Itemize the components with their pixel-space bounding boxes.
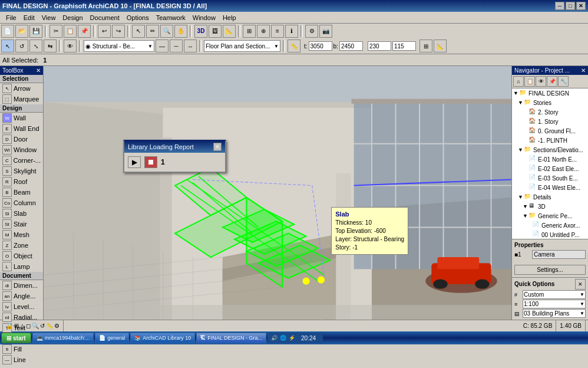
tool-wall-end[interactable]: E Wall End xyxy=(0,123,43,134)
tool-mesh[interactable]: M Mesh xyxy=(0,229,43,240)
tb-new[interactable]: 📄 xyxy=(1,25,14,38)
toolbox-section-document[interactable]: Document xyxy=(0,272,43,280)
tree-item-9[interactable]: 📄 E-03 South E... xyxy=(512,173,588,183)
maximize-button[interactable]: □ xyxy=(566,2,575,10)
menu-file[interactable]: File xyxy=(2,13,20,22)
tree-item-6[interactable]: ▼ 📁 Sections/Elevatio... xyxy=(512,145,588,155)
tb-rotate[interactable]: ↺ xyxy=(15,40,28,52)
library-dialog-close[interactable]: ✕ xyxy=(213,143,222,151)
tb-settings[interactable]: ⚙ xyxy=(305,25,318,38)
tb-render[interactable]: 🖼 xyxy=(209,25,222,38)
tool-arrow[interactable]: ↖ Arrow xyxy=(0,83,43,94)
qo-combo-plans[interactable]: 03 Building Plans ▼ xyxy=(523,309,586,318)
toolbox-section-design[interactable]: Design xyxy=(0,104,43,113)
toolbox-close[interactable]: ✕ xyxy=(36,67,41,74)
tree-item-11[interactable]: ▼ 📁 Details xyxy=(512,192,588,202)
t-value[interactable]: 3050 xyxy=(309,41,332,51)
tree-item-8[interactable]: 📄 E-02 East Ele... xyxy=(512,164,588,173)
library-dialog-header[interactable]: Library Loading Report ✕ xyxy=(124,141,225,153)
tree-item-15[interactable]: 📄 00 Untitled P... xyxy=(512,230,588,239)
tb-dash1[interactable]: — xyxy=(156,40,169,52)
tool-door[interactable]: D Door xyxy=(0,134,43,144)
b-value[interactable]: 2450 xyxy=(339,41,363,51)
tb-info[interactable]: ℹ xyxy=(285,25,298,38)
taskbar-item-1[interactable]: 📄 general xyxy=(95,333,129,343)
menu-window[interactable]: Window xyxy=(189,13,219,22)
settings-button[interactable]: Settings... xyxy=(514,265,586,275)
tool-roof[interactable]: R Roof xyxy=(0,176,43,187)
tree-item-0[interactable]: ▼ 📁 FINAL DESIGN xyxy=(512,88,588,98)
tool-zone[interactable]: Z Zone xyxy=(0,240,43,251)
tb-copy[interactable]: 📋 xyxy=(64,25,77,38)
tree-item-7[interactable]: 📄 E-01 North E... xyxy=(512,155,588,164)
navigator-tree[interactable]: ▼ 📁 FINAL DESIGN ▼ 📁 Stories 🏠 2. Story … xyxy=(512,88,588,239)
tool-marquee[interactable]: ⬚ Marquee xyxy=(0,94,43,104)
menu-document[interactable]: Document xyxy=(87,13,123,22)
tool-slab[interactable]: Sl Slab xyxy=(0,208,43,219)
close-button[interactable]: ✕ xyxy=(576,2,586,10)
tool-dimen[interactable]: di Dimen... xyxy=(0,280,43,291)
tree-item-14[interactable]: 📄 Generic Axor... xyxy=(512,221,588,230)
tb-mirror[interactable]: ⇆ xyxy=(44,40,57,52)
menu-edit[interactable]: Edit xyxy=(20,13,38,22)
tb-scale[interactable]: ⤡ xyxy=(29,40,42,52)
tool-level[interactable]: lv Level... xyxy=(0,301,43,312)
tb-cut[interactable]: ✂ xyxy=(49,25,62,38)
tb-undo[interactable]: ↩ xyxy=(98,25,111,38)
qo-combo-custom[interactable]: Custom ▼ xyxy=(523,290,586,299)
tb-snap[interactable]: ⊕ xyxy=(257,25,270,38)
tool-beam[interactable]: B Beam xyxy=(0,187,43,198)
tree-item-3[interactable]: 🏠 1. Story xyxy=(512,117,588,126)
nav-btn-4[interactable]: 📌 xyxy=(547,76,557,87)
tool-line[interactable]: — Line xyxy=(0,354,43,365)
nav-btn-3[interactable]: 👁 xyxy=(536,76,546,87)
tool-wall[interactable]: W Wall xyxy=(0,113,43,123)
taskbar-item-0[interactable]: 💻 mmca1994batch:... xyxy=(32,333,94,343)
tool-object[interactable]: O Object xyxy=(0,251,43,261)
navigator-close[interactable]: ✕ xyxy=(581,67,586,74)
tree-item-4[interactable]: 🏠 0. Ground Fl... xyxy=(512,126,588,136)
minimize-button[interactable]: ─ xyxy=(555,2,564,10)
nav-btn-2[interactable]: 📋 xyxy=(524,76,535,87)
menu-view[interactable]: View xyxy=(38,13,60,22)
library-stop-button[interactable] xyxy=(144,156,157,168)
tb-pan[interactable]: ✋ xyxy=(174,25,187,38)
tb-measure[interactable]: 📏 xyxy=(288,40,300,52)
tb-eye[interactable]: 👁 xyxy=(64,40,77,52)
tb-dash2[interactable]: ─ xyxy=(170,40,183,52)
menu-design[interactable]: Design xyxy=(59,13,86,22)
tree-item-2[interactable]: 🏠 2. Story xyxy=(512,107,588,117)
tb-draw[interactable]: ✏ xyxy=(146,25,159,38)
tree-item-1[interactable]: ▼ 📁 Stories xyxy=(512,98,588,107)
nav-btn-5[interactable]: 🔧 xyxy=(558,76,569,87)
tool-stair[interactable]: St Stair xyxy=(0,219,43,229)
tool-corner[interactable]: C Corner-... xyxy=(0,155,43,166)
tree-item-13[interactable]: ▼ 📁 Generic Pe... xyxy=(512,211,588,221)
qo-combo-scale[interactable]: 1:100 ▼ xyxy=(523,300,586,308)
tb-dash3[interactable]: -- xyxy=(184,40,197,52)
tb-open[interactable]: 📂 xyxy=(15,25,28,38)
tb-save[interactable]: 💾 xyxy=(29,25,42,38)
layer-combo[interactable]: ◉ Structural - Be... ▼ xyxy=(84,40,154,52)
tool-angle[interactable]: an Angle... xyxy=(0,291,43,301)
toolbox-section-selection[interactable]: Selection xyxy=(0,75,43,83)
view-combo[interactable]: Floor Plan and Section... ▼ xyxy=(204,40,280,52)
tb-3d[interactable]: 3D xyxy=(194,25,207,38)
tb-section[interactable]: 📐 xyxy=(223,25,236,38)
menu-teamwork[interactable]: Teamwork xyxy=(153,13,189,22)
menu-help[interactable]: Help xyxy=(219,13,240,22)
tool-window[interactable]: Wi Window xyxy=(0,144,43,155)
viewport[interactable]: Library Loading Report ✕ ▶ 1 Slab Thickn… xyxy=(44,66,511,320)
tb-camera[interactable]: 📷 xyxy=(319,25,332,38)
tool-lamp[interactable]: L Lamp xyxy=(0,261,43,272)
tb-paste[interactable]: 📌 xyxy=(78,25,91,38)
tool-skylight[interactable]: S Skylight xyxy=(0,166,43,176)
tb-select[interactable]: ↖ xyxy=(132,25,145,38)
tb-extra1[interactable]: 📐 xyxy=(434,40,447,52)
tb-grid[interactable]: ⊞ xyxy=(243,25,256,38)
start-button[interactable]: ⊞ start xyxy=(1,333,31,343)
taskbar-item-2[interactable]: 📚 ArchiCAD Library 10 xyxy=(130,333,195,343)
tb-layer[interactable]: ≡ xyxy=(271,25,284,38)
tree-item-5[interactable]: 🏠 -1. PLINTH xyxy=(512,136,588,145)
taskbar-item-3[interactable]: 🏗 FINAL DESIGN - Gra... xyxy=(196,333,266,343)
